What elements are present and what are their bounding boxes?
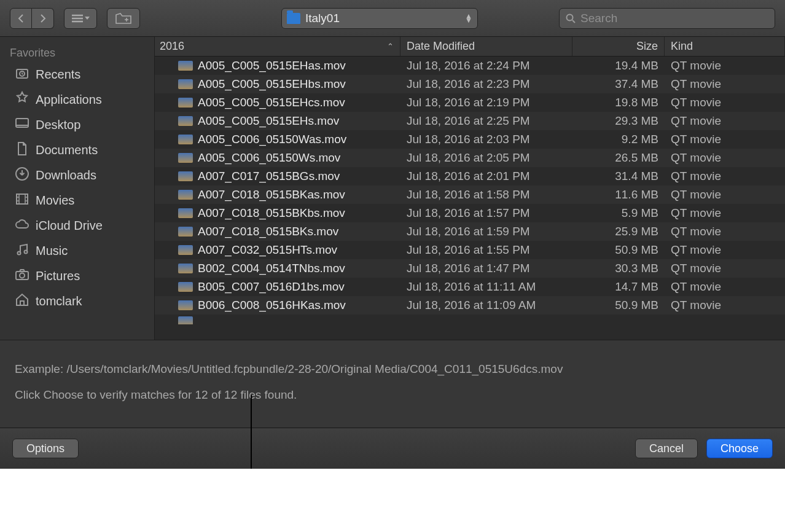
file-kind: QT movie — [665, 59, 785, 72]
forward-button[interactable] — [32, 8, 54, 29]
file-kind: QT movie — [665, 243, 785, 257]
path-popup[interactable]: Italy01 ▲▼ — [281, 8, 478, 29]
svg-rect-5 — [17, 194, 28, 204]
sidebar-item-label: Movies — [36, 194, 74, 208]
file-kind: QT movie — [665, 206, 785, 220]
file-size: 30.3 MB — [572, 262, 665, 275]
search-placeholder: Search — [580, 12, 617, 25]
table-row[interactable]: A005_C006_05150Ws.movJul 18, 2016 at 2:0… — [155, 149, 785, 167]
file-date: Jul 18, 2016 at 2:23 PM — [400, 77, 572, 91]
choose-button[interactable]: Choose — [706, 439, 773, 458]
sidebar-item-label: iCloud Drive — [36, 219, 103, 233]
table-row[interactable]: A005_C006_05150Was.movJul 18, 2016 at 2:… — [155, 130, 785, 149]
svg-point-7 — [25, 251, 28, 254]
file-kind: QT movie — [665, 262, 785, 275]
file-size: 26.5 MB — [572, 151, 665, 165]
column-headers: 2016⌃ Date Modified Size Kind — [155, 37, 785, 57]
movie-thumb-icon — [178, 245, 193, 255]
file-kind: QT movie — [665, 299, 785, 312]
view-mode-button[interactable] — [64, 8, 97, 29]
desktop-icon — [15, 116, 29, 134]
new-folder-button[interactable] — [107, 8, 140, 29]
sidebar-item-tomclark[interactable]: tomclark — [0, 289, 154, 314]
table-row[interactable]: A007_C018_0515BKas.movJul 18, 2016 at 1:… — [155, 186, 785, 204]
file-kind: QT movie — [665, 133, 785, 146]
table-row[interactable]: B006_C008_0516HKas.movJul 18, 2016 at 11… — [155, 296, 785, 315]
sidebar-item-downloads[interactable]: Downloads — [0, 163, 154, 188]
search-field[interactable]: Search — [559, 8, 775, 29]
file-name: A005_C005_0515EHas.mov — [198, 59, 346, 72]
svg-point-6 — [18, 252, 21, 255]
movie-thumb-icon — [178, 98, 193, 108]
cancel-button[interactable]: Cancel — [635, 439, 698, 458]
movie-thumb-icon — [178, 227, 193, 237]
sidebar-item-documents[interactable]: Documents — [0, 138, 154, 163]
film-icon — [15, 192, 29, 209]
sidebar-item-pictures[interactable]: Pictures — [0, 264, 154, 289]
table-row[interactable]: B002_C004_0514TNbs.movJul 18, 2016 at 1:… — [155, 259, 785, 278]
list-icon — [72, 14, 83, 23]
sidebar-item-icloud-drive[interactable]: iCloud Drive — [0, 213, 154, 238]
file-name: A007_C017_0515BGs.mov — [198, 170, 340, 183]
file-size: 31.4 MB — [572, 170, 665, 183]
music-icon — [15, 242, 29, 260]
sidebar-item-label: Recents — [36, 68, 80, 82]
sort-asc-icon: ⌃ — [387, 42, 394, 51]
sidebar-item-desktop[interactable]: Desktop — [0, 112, 154, 138]
file-name: B006_C008_0516HKas.mov — [198, 299, 346, 312]
table-row[interactable]: A005_C005_0515EHbs.movJul 18, 2016 at 2:… — [155, 75, 785, 93]
example-path: Example: /Users/tomclark/Movies/Untitled… — [15, 362, 770, 376]
callout-line — [251, 395, 252, 469]
table-row[interactable]: A007_C017_0515BGs.movJul 18, 2016 at 2:0… — [155, 167, 785, 186]
footer: Options Cancel Choose — [0, 428, 785, 469]
sidebar-item-recents[interactable]: Recents — [0, 62, 154, 87]
options-button[interactable]: Options — [12, 439, 79, 458]
table-row[interactable]: A005_C005_0515EHcs.movJul 18, 2016 at 2:… — [155, 93, 785, 112]
col-size[interactable]: Size — [572, 37, 665, 56]
chevron-down-icon — [85, 17, 90, 20]
table-row[interactable]: B005_C007_0516D1bs.movJul 18, 2016 at 11… — [155, 278, 785, 296]
svg-point-0 — [567, 14, 573, 20]
file-name: A007_C032_0515HTs.mov — [198, 243, 337, 257]
file-name: A005_C005_0515EHbs.mov — [198, 77, 346, 91]
table-row[interactable]: A007_C018_0515BKbs.movJul 18, 2016 at 1:… — [155, 204, 785, 222]
apps-icon — [15, 91, 29, 109]
col-date[interactable]: Date Modified — [400, 37, 572, 56]
sidebar: Favorites RecentsApplicationsDesktopDocu… — [0, 37, 155, 340]
file-size: 14.7 MB — [572, 280, 665, 294]
movie-thumb-icon — [178, 135, 193, 144]
file-date: Jul 18, 2016 at 1:57 PM — [400, 206, 572, 220]
movie-thumb-icon — [178, 208, 193, 218]
sidebar-item-applications[interactable]: Applications — [0, 87, 154, 112]
col-kind[interactable]: Kind — [665, 37, 785, 56]
table-row[interactable]: A007_C018_0515BKs.movJul 18, 2016 at 1:5… — [155, 222, 785, 241]
file-list: 2016⌃ Date Modified Size Kind A005_C005_… — [155, 37, 785, 340]
movie-thumb-icon — [178, 282, 193, 292]
sidebar-item-movies[interactable]: Movies — [0, 188, 154, 213]
sidebar-item-label: tomclark — [36, 294, 82, 308]
table-row[interactable]: A005_C005_0515EHas.movJul 18, 2016 at 2:… — [155, 57, 785, 75]
col-name[interactable]: 2016⌃ — [155, 37, 400, 56]
folder-plus-icon — [115, 12, 131, 25]
table-row[interactable] — [155, 315, 785, 324]
file-size: 19.8 MB — [572, 96, 665, 109]
file-size: 11.6 MB — [572, 188, 665, 201]
sidebar-item-music[interactable]: Music — [0, 238, 154, 264]
svg-point-9 — [20, 273, 25, 278]
back-button[interactable] — [10, 8, 32, 29]
file-name: A007_C018_0515BKs.mov — [198, 225, 338, 238]
sidebar-item-label: Pictures — [36, 269, 80, 283]
camera-icon — [15, 267, 29, 285]
table-row[interactable]: A005_C005_0515EHs.movJul 18, 2016 at 2:2… — [155, 112, 785, 130]
table-row[interactable]: A007_C032_0515HTs.movJul 18, 2016 at 1:5… — [155, 241, 785, 259]
movie-thumb-icon — [178, 264, 193, 273]
file-date: Jul 18, 2016 at 2:01 PM — [400, 170, 572, 183]
file-date: Jul 18, 2016 at 2:03 PM — [400, 133, 572, 146]
movie-thumb-icon — [178, 300, 193, 310]
file-kind: QT movie — [665, 170, 785, 183]
file-size: 19.4 MB — [572, 59, 665, 72]
file-name: A007_C018_0515BKas.mov — [198, 188, 345, 201]
file-size: 50.9 MB — [572, 299, 665, 312]
file-date: Jul 18, 2016 at 11:09 AM — [400, 299, 572, 312]
sidebar-item-label: Music — [36, 244, 68, 258]
